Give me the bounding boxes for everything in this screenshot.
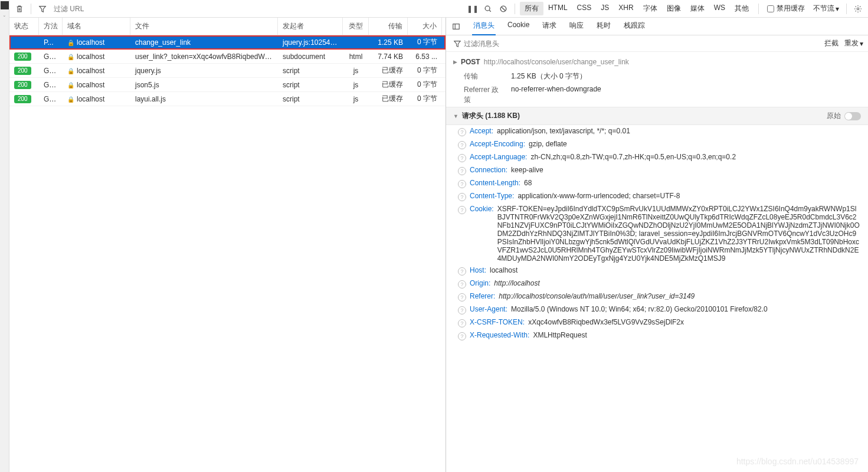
table-row[interactable]: 200GET🔒localhostjquery.jsscriptjs已缓存0 字节 [9,64,446,78]
header-row: ?Connection:keep-alive [446,164,868,177]
help-icon[interactable]: ? [458,306,466,314]
svg-point-2 [857,8,859,10]
pause-icon[interactable]: ❚❚ [466,2,479,15]
request-list-panel: 状态 方法 域名 文件 发起者 类型 传输 大小 P...🔒localhostc… [9,18,446,472]
block-icon[interactable] [497,2,510,15]
col-status[interactable]: 状态 [9,18,39,35]
col-method[interactable]: 方法 [39,18,63,35]
table-row[interactable]: 200GET🔒localhostjson5.jsscriptjs已缓存0 字节 [9,78,446,92]
toolbar: ❚❚ 所有HTMLCSSJSXHR字体图像媒体WS其他 禁用缓存 不节流▾ [9,0,868,18]
details-panel: 消息头Cookie请求响应耗时栈跟踪 拦截 重发 ▾ ▶ POST [446,18,868,472]
help-icon[interactable]: ? [458,180,466,188]
toggle-pane-icon[interactable] [451,21,461,32]
header-row: ?Accept-Encoding:gzip, deflate [446,138,868,151]
header-row: ?Accept-Language:zh-CN,zh;q=0.8,zh-TW;q=… [446,151,868,164]
filter-icon[interactable] [36,2,49,15]
collapse-chevron[interactable]: ˇ [4,15,5,22]
trash-icon[interactable] [13,2,26,15]
table-row[interactable]: 200GET🔒localhostuser_link?_token=xXqc4ow… [9,50,446,64]
help-icon[interactable]: ? [458,293,466,301]
tab-2[interactable]: 请求 [541,17,558,35]
url-filter-input[interactable] [51,4,158,14]
request-headers-section[interactable]: ▼ 请求头 (1.188 KB) 原始 [446,107,868,125]
header-row: ?Content-Length:68 [446,177,868,190]
header-row: ?Origin:http://localhost [446,277,868,290]
twisty-icon[interactable]: ▶ [453,59,457,65]
detail-tabs: 消息头Cookie请求响应耗时栈跟踪 [446,18,868,35]
col-transfer[interactable]: 传输 [369,18,408,35]
table-header: 状态 方法 域名 文件 发起者 类型 传输 大小 [9,18,446,35]
lock-icon: 🔒 [67,82,74,88]
lock-icon: 🔒 [67,96,74,103]
filter-icon[interactable] [451,37,464,50]
block-button[interactable]: 拦截 [824,38,838,48]
filter-图像[interactable]: 图像 [662,2,686,15]
col-type[interactable]: 类型 [343,18,369,35]
help-icon[interactable]: ? [458,267,466,276]
svg-point-0 [485,6,490,11]
tab-1[interactable]: Cookie [506,17,530,35]
request-method: POST [461,58,480,66]
header-row: ?Host:localhost [446,264,868,277]
help-icon[interactable]: ? [458,141,466,149]
table-row[interactable]: P...🔒localhostchange_user_linkjquery.js:… [9,35,446,50]
help-icon[interactable]: ? [458,128,466,136]
help-icon[interactable]: ? [458,167,466,175]
tab-0[interactable]: 消息头 [472,17,496,35]
watermark: https://blog.csdn.net/u014538997 [736,457,859,466]
side-strip: ˇ [0,0,9,472]
header-row: ?Referer:http://localhost/console/auth/m… [446,290,868,303]
twisty-icon[interactable]: ▼ [453,113,458,119]
svg-rect-3 [453,24,460,29]
tab-4[interactable]: 耗时 [595,17,612,35]
throttle-dropdown[interactable]: 不节流▾ [811,2,841,15]
search-icon[interactable] [482,2,494,15]
lock-icon: 🔒 [67,54,74,60]
tab-3[interactable]: 响应 [568,17,585,35]
filter-字体[interactable]: 字体 [638,2,662,15]
resend-button[interactable]: 重发 ▾ [844,38,863,48]
meta-row: 传输1.25 KB（大小 0 字节） [446,70,868,83]
filter-ws[interactable]: WS [709,2,730,15]
help-icon[interactable]: ? [458,319,466,327]
filter-js[interactable]: JS [596,2,614,15]
panel-indicator [1,1,9,9]
help-icon[interactable]: ? [458,154,466,162]
tab-5[interactable]: 栈跟踪 [623,17,646,35]
filter-css[interactable]: CSS [572,2,597,15]
help-icon[interactable]: ? [458,206,466,214]
help-icon[interactable]: ? [458,280,466,289]
col-initiator[interactable]: 发起者 [278,18,343,35]
header-row: ?Cookie:XSRF-TOKEN=eyJpdiI6IndYdldTXC9pS… [446,203,868,264]
filter-html[interactable]: HTML [543,2,572,15]
request-summary[interactable]: ▶ POST http://localhost/console/user/cha… [446,54,868,70]
col-size[interactable]: 大小 [408,18,442,35]
header-row: ?User-Agent:Mozilla/5.0 (Windows NT 10.0… [446,303,868,316]
col-file[interactable]: 文件 [130,18,278,35]
filter-媒体[interactable]: 媒体 [686,2,709,15]
raw-toggle[interactable]: 原始 [827,111,861,121]
col-domain[interactable]: 域名 [63,18,130,35]
lock-icon: 🔒 [67,68,74,74]
header-row: ?Content-Type:application/x-www-form-url… [446,190,868,203]
help-icon[interactable]: ? [458,193,466,201]
disable-cache-checkbox[interactable]: 禁用缓存 [764,4,808,14]
header-filter-input[interactable] [464,40,824,48]
request-url: http://localhost/console/user/change_use… [484,58,629,66]
header-row: ?Accept:application/json, text/javascrip… [446,125,868,138]
help-icon[interactable]: ? [458,332,466,340]
switch-icon[interactable] [844,112,861,120]
filter-其他[interactable]: 其他 [730,2,754,15]
table-row[interactable]: 200GET🔒localhostlayui.all.jsscriptjs已缓存0… [9,92,446,106]
filter-xhr[interactable]: XHR [614,2,638,15]
header-row: ?X-CSRF-TOKEN:xXqc4owfvB8RiqbedWx3ef5LVG… [446,316,868,329]
filter-所有[interactable]: 所有 [520,2,543,15]
lock-icon: 🔒 [67,40,74,46]
header-row: ?X-Requested-With:XMLHttpRequest [446,329,868,342]
gear-icon[interactable] [851,2,864,15]
meta-row: Referrer 政策no-referrer-when-downgrade [446,83,868,107]
